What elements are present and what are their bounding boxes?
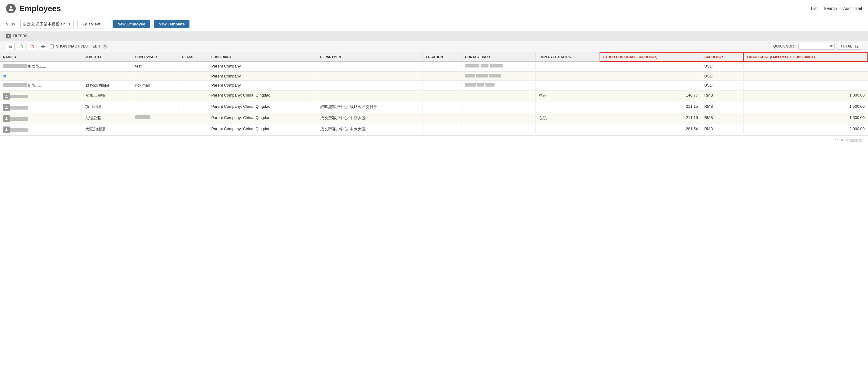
- table-row: 大区总经理Parent Company: China: Qingdao成长型客户…: [0, 124, 868, 135]
- subsidiary-cell: Parent Company: [208, 72, 317, 81]
- nav-audit-trail[interactable]: Audit Trail: [843, 6, 862, 11]
- department-cell: [317, 72, 423, 81]
- new-row-icon[interactable]: [6, 43, 14, 50]
- table-row: 实施工程师Parent Company: China: Qingdao在职140…: [0, 91, 868, 102]
- currency-cell: USD: [701, 61, 743, 72]
- name-text: 某员工...: [27, 83, 42, 88]
- labor-cost-base-cell: 140.77: [600, 91, 701, 102]
- page-title: Employees: [19, 4, 61, 13]
- location-cell: [423, 72, 462, 81]
- filters-label[interactable]: + FILTERS: [6, 34, 28, 38]
- labor-cost-sub-cell: [744, 61, 868, 72]
- select-all-checkbox[interactable]: [50, 44, 54, 49]
- department-cell: [317, 91, 423, 102]
- subsidiary-cell: Parent Company: China: Qingdao: [208, 124, 317, 135]
- name-text: 测试员工...: [27, 64, 46, 69]
- col-department[interactable]: DEPARTMENT: [317, 52, 423, 61]
- currency-cell: RMB: [701, 91, 743, 102]
- currency-cell: USD: [701, 72, 743, 81]
- location-cell: [423, 91, 462, 102]
- contact-blurred: [465, 74, 532, 78]
- subsidiary-cell: Parent Company: [208, 61, 317, 72]
- job-title-cell: 大区总经理: [82, 124, 132, 135]
- employee-status-cell: [535, 81, 600, 91]
- department-cell: 成长型客户中心: 中南大区: [317, 124, 423, 135]
- checkbox-wrap: [50, 44, 54, 49]
- name-cell: [0, 113, 82, 124]
- filters-text: FILTERS: [13, 34, 28, 38]
- class-cell: [179, 91, 208, 102]
- table-row: 某员工...财务助理顾问rick maoParent CompanyUSD: [0, 81, 868, 91]
- nav-search[interactable]: Search: [824, 6, 837, 11]
- col-subsidiary[interactable]: SUBSIDIARY: [208, 52, 317, 61]
- name-link[interactable]: st: [3, 74, 6, 79]
- currency-cell: RMB: [701, 102, 743, 113]
- toggle-switch[interactable]: ✕: [102, 44, 108, 49]
- supervisor-cell: rick mao: [132, 81, 179, 91]
- labor-cost-base-cell: [600, 81, 701, 91]
- labor-cost-base-cell: [600, 72, 701, 81]
- contact-blurred-part: [489, 74, 501, 78]
- col-class[interactable]: CLASS: [179, 52, 208, 61]
- toolbar-separator: [108, 20, 109, 28]
- contact-blurred: [465, 83, 532, 87]
- table-body: 测试员工...testParent CompanyUSDstParent Com…: [0, 61, 868, 135]
- contact-blurred-part: [465, 64, 479, 67]
- view-selector[interactable]: 自定义 员工基本视图 zlh ▼: [20, 20, 74, 28]
- employee-status-cell: 在职: [535, 113, 600, 124]
- labor-cost-sub-cell: [744, 81, 868, 91]
- col-job-title[interactable]: JOB TITLE: [82, 52, 132, 61]
- quick-sort-select[interactable]: [798, 43, 835, 50]
- chevron-down-icon: ▼: [68, 22, 71, 26]
- table-header: NAME ▲ JOB TITLE SUPERVISOR CLASS SUBSID…: [0, 52, 868, 61]
- class-cell: [179, 72, 208, 81]
- contact-blurred-part: [477, 83, 484, 87]
- nav-list[interactable]: List: [811, 6, 818, 11]
- labor-cost-sub-cell: 1,500.00: [744, 113, 868, 124]
- name-cell: 某员工...: [0, 81, 82, 91]
- location-cell: [423, 61, 462, 72]
- quick-sort-area: QUICK SORT TOTAL: 12: [773, 43, 862, 50]
- contact-blurred-part: [486, 83, 495, 87]
- employee-status-cell: 在职: [535, 91, 600, 102]
- name-cell: st: [0, 72, 82, 81]
- print-icon[interactable]: [39, 43, 47, 50]
- col-labor-cost-base[interactable]: LABOR COST (BASE CURRENCY): [600, 52, 701, 61]
- job-title-cell: [82, 61, 132, 72]
- pdf-icon[interactable]: [28, 43, 36, 50]
- labor-cost-base-cell: 211.15: [600, 102, 701, 113]
- excel-icon[interactable]: [17, 43, 25, 50]
- col-supervisor[interactable]: SUPERVISOR: [132, 52, 179, 61]
- contact-info-cell: [462, 113, 535, 124]
- edit-label: EDIT: [93, 44, 101, 49]
- col-currency[interactable]: CURRENCY: [701, 52, 743, 61]
- col-labor-cost-sub[interactable]: LABOR COST (EMPLOYEE'S SUBSIDIARY): [744, 52, 868, 61]
- col-name[interactable]: NAME ▲: [0, 52, 82, 61]
- col-location[interactable]: LOCATION: [423, 52, 462, 61]
- page-header: Employees List Search Audit Trail: [0, 0, 868, 17]
- toggle-x-icon[interactable]: ✕: [104, 44, 106, 49]
- contact-blurred: [465, 64, 532, 67]
- svg-rect-0: [9, 45, 12, 45]
- contact-info-cell: [462, 91, 535, 102]
- currency-cell: USD: [701, 81, 743, 91]
- location-cell: [423, 81, 462, 91]
- col-contact-info[interactable]: CONTACT INFO: [462, 52, 535, 61]
- new-employee-button[interactable]: New Employee: [113, 20, 150, 28]
- contact-blurred-part: [490, 64, 503, 67]
- name-blurred: [10, 117, 28, 121]
- class-cell: [179, 124, 208, 135]
- view-label: VIEW: [6, 22, 16, 26]
- currency-cell: RMB: [701, 113, 743, 124]
- contact-blurred-part: [480, 64, 489, 67]
- currency-cell: RMB: [701, 124, 743, 135]
- name-blurred: [10, 106, 28, 110]
- employee-status-cell: [535, 124, 600, 135]
- edit-view-button[interactable]: Edit View: [77, 20, 105, 28]
- subsidiary-cell: Parent Company: [208, 81, 317, 91]
- new-template-button[interactable]: New Template: [154, 20, 189, 28]
- contact-info-cell: [462, 102, 535, 113]
- contact-blurred-part: [465, 83, 476, 87]
- employee-status-cell: [535, 72, 600, 81]
- col-employee-status[interactable]: EMPLOYEE STATUS: [535, 52, 600, 61]
